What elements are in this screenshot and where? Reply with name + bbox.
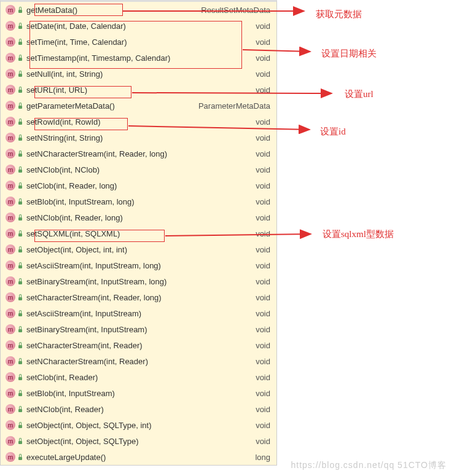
method-name: getParameterMetaData() (26, 101, 115, 111)
lock-icon (18, 55, 23, 61)
method-row[interactable]: msetURL(int, URL)void (1, 82, 276, 98)
return-type: void (256, 149, 270, 158)
method-row[interactable]: msetRowId(int, RowId)void (1, 114, 276, 130)
lock-icon (18, 39, 23, 45)
lock-icon (18, 406, 23, 412)
method-row[interactable]: msetCharacterStream(int, Reader, long)vo… (1, 289, 276, 305)
lock-icon (18, 119, 23, 125)
method-name: setAsciiStream(int, InputStream) (26, 309, 141, 318)
method-row[interactable]: msetNCharacterStream(int, Reader, long)v… (1, 146, 276, 162)
annotation-text: 设置id (320, 126, 346, 138)
return-type: void (256, 405, 270, 414)
method-name: setURL(int, URL) (26, 85, 87, 95)
return-type: void (256, 277, 270, 286)
method-row[interactable]: msetObject(int, Object, int, int)void (1, 241, 276, 257)
method-row[interactable]: msetClob(int, Reader, long)void (1, 178, 276, 193)
lock-icon (18, 87, 23, 93)
lock-icon (18, 23, 23, 29)
method-row[interactable]: msetNCharacterStream(int, Reader)void (1, 353, 276, 369)
method-name: setDate(int, Date, Calendar) (26, 21, 126, 31)
lock-icon (18, 310, 23, 316)
lock-icon (18, 135, 23, 141)
lock-icon (18, 166, 23, 173)
method-row[interactable]: msetNull(int, int, String)void (1, 66, 276, 82)
lock-icon (18, 294, 23, 300)
method-row[interactable]: msetNClob(int, NClob)void (1, 162, 276, 178)
method-name: setNClob(int, Reader) (26, 405, 104, 414)
method-row[interactable]: msetNClob(int, Reader)void (1, 401, 276, 417)
annotation-text: 获取元数据 (316, 9, 362, 20)
method-name: executeLargeUpdate() (26, 453, 106, 462)
return-type: void (256, 373, 270, 382)
method-row[interactable]: msetDate(int, Date, Calendar)void (1, 18, 276, 34)
method-icon: m (6, 340, 15, 350)
return-type: void (256, 421, 270, 430)
method-row[interactable]: msetClob(int, Reader)void (1, 369, 276, 385)
return-type: void (256, 325, 270, 334)
method-row[interactable]: mgetParameterMetaData()ParameterMetaData (1, 98, 276, 114)
lock-icon (18, 454, 23, 460)
method-row[interactable]: msetTimestamp(int, Timestamp, Calendar)v… (1, 50, 276, 66)
method-row[interactable]: msetAsciiStream(int, InputStream)void (1, 305, 276, 321)
method-row[interactable]: msetTime(int, Time, Calendar)void (1, 34, 276, 50)
method-name: setClob(int, Reader) (26, 373, 98, 382)
method-name: getMetaData() (26, 6, 77, 15)
method-name: setCharacterStream(int, Reader) (26, 341, 143, 350)
lock-icon (18, 7, 23, 13)
method-row[interactable]: msetBinaryStream(int, InputStream, long)… (1, 273, 276, 289)
method-row[interactable]: msetSQLXML(int, SQLXML)void (1, 225, 276, 241)
method-name: setClob(int, Reader, long) (26, 181, 117, 190)
return-type: void (256, 181, 270, 190)
method-name: setObject(int, Object, SQLType, int) (26, 421, 152, 430)
method-icon: m (6, 244, 15, 254)
lock-icon (18, 71, 23, 77)
return-type: void (256, 197, 270, 206)
method-name: setBlob(int, InputStream) (26, 389, 115, 398)
method-icon: m (6, 356, 15, 366)
method-name: setNClob(int, Reader, long) (26, 213, 123, 222)
method-row[interactable]: msetNClob(int, Reader, long)void (1, 209, 276, 225)
method-name: setNull(int, int, String) (26, 69, 103, 79)
method-name: setNCharacterStream(int, Reader) (26, 357, 148, 366)
method-row[interactable]: msetAsciiStream(int, InputStream, long)v… (1, 257, 276, 273)
return-type: void (256, 53, 270, 63)
method-name: setObject(int, Object, int, int) (26, 245, 127, 254)
lock-icon (18, 278, 23, 284)
method-row[interactable]: msetCharacterStream(int, Reader)void (1, 337, 276, 353)
lock-icon (18, 438, 23, 444)
method-row[interactable]: msetBinaryStream(int, InputStream)void (1, 321, 276, 337)
method-name: setTime(int, Time, Calendar) (26, 37, 127, 47)
method-row[interactable]: mexecuteLargeUpdate()long (1, 449, 276, 465)
method-name: setAsciiStream(int, InputStream, long) (26, 261, 161, 270)
annotation-text: 设置sqlxml型数据 (323, 228, 394, 240)
method-icon: m (6, 181, 15, 190)
lock-icon (18, 374, 23, 380)
return-type: void (256, 21, 270, 31)
return-type: ResultSetMetaData (201, 6, 270, 15)
method-icon: m (6, 21, 15, 31)
annotation-text: 设置url (345, 88, 374, 100)
method-name: setNCharacterStream(int, Reader, long) (26, 149, 167, 158)
method-name: setBinaryStream(int, InputStream) (26, 325, 147, 334)
method-icon: m (6, 149, 15, 158)
lock-icon (18, 422, 23, 428)
method-icon: m (6, 133, 15, 142)
method-icon: m (6, 308, 15, 318)
method-row[interactable]: msetObject(int, Object, SQLType, int)voi… (1, 417, 276, 433)
lock-icon (18, 214, 23, 220)
return-type: void (256, 261, 270, 270)
return-type: void (256, 357, 270, 366)
method-name: setBlob(int, InputStream, long) (26, 197, 135, 206)
method-row[interactable]: msetBlob(int, InputStream, long)void (1, 193, 276, 209)
method-row[interactable]: msetNString(int, String)void (1, 130, 276, 146)
method-icon: m (6, 324, 15, 334)
method-row[interactable]: mgetMetaData()ResultSetMetaData (1, 2, 276, 18)
method-row[interactable]: msetBlob(int, InputStream)void (1, 385, 276, 401)
lock-icon (18, 326, 23, 332)
method-row[interactable]: msetObject(int, Object, SQLType)void (1, 433, 276, 449)
method-icon: m (6, 228, 15, 238)
method-name: setObject(int, Object, SQLType) (26, 437, 139, 446)
return-type: void (256, 213, 270, 222)
return-type: void (256, 245, 270, 254)
method-icon: m (6, 85, 15, 95)
